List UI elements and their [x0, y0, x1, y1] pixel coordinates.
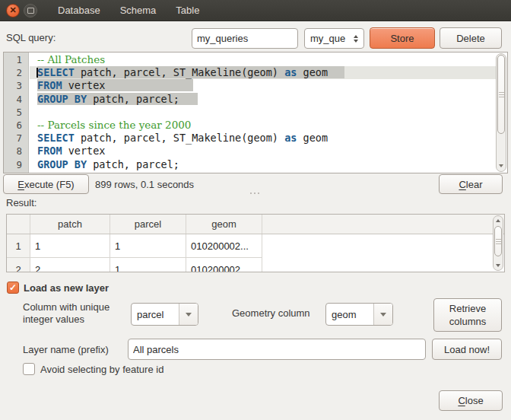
table-row[interactable]: 111010200002... [7, 234, 504, 258]
unique-column-dropdown[interactable]: parcel [131, 303, 198, 326]
close-button[interactable]: Close [439, 390, 503, 411]
avoid-feature-id-label: Avoid selecting by feature id [40, 364, 163, 375]
column-header-parcel[interactable]: parcel [110, 215, 186, 234]
retrieve-columns-button[interactable]: Retrieve columns [433, 298, 502, 332]
geometry-column-dropdown[interactable]: geom [325, 303, 393, 326]
layer-name-input[interactable] [128, 339, 426, 360]
splitter-handle[interactable] [250, 192, 259, 194]
dropdown-arrow-icon[interactable] [179, 304, 198, 325]
db-manager-sql-window: ✕ Database Schema Table SQL query: my_qu… [0, 0, 511, 420]
code-line: -- All Patches [30, 53, 496, 66]
table-cell[interactable]: 010200002... [186, 234, 262, 258]
scrollbar-grip-icon [496, 241, 501, 242]
geometry-column-label: Geometry column [232, 307, 310, 319]
load-now-button[interactable]: Load now! [432, 339, 502, 360]
stored-query-value: my_que [305, 33, 351, 44]
line-number: 1 [4, 53, 28, 66]
delete-button[interactable]: Delete [440, 27, 502, 49]
code-line: FROM vertex [30, 79, 496, 92]
line-number: 7 [4, 132, 28, 145]
query-status-text: 899 rows, 0.1 seconds [95, 179, 194, 190]
line-number: 6 [4, 119, 28, 132]
close-window-icon[interactable]: ✕ [6, 4, 20, 18]
menu-table[interactable]: Table [176, 5, 199, 16]
sql-editor[interactable]: 123456789 -- All PatchesSELECT patch, pa… [3, 52, 508, 173]
table-scrollbar-up-arrow-icon[interactable] [494, 219, 503, 222]
table-scrollbar-thumb[interactable] [494, 226, 502, 256]
code-line: SELECT patch, parcel, ST_Makeline(geom) … [30, 132, 496, 145]
menubar: Database Schema Table [58, 5, 199, 16]
column-header-patch[interactable]: patch [30, 215, 110, 234]
restore-window-icon[interactable] [24, 4, 37, 18]
dropdown-arrow-icon[interactable] [373, 304, 392, 325]
avoid-feature-id-checkbox[interactable] [23, 363, 35, 375]
result-label: Result: [6, 197, 36, 208]
header-filler [262, 215, 504, 234]
line-number: 3 [4, 79, 28, 92]
editor-vertical-scrollbar[interactable] [496, 53, 506, 172]
code-line: FROM vertex [30, 145, 496, 158]
table-row[interactable]: 221010200002... [7, 258, 504, 272]
sql-editor-code[interactable]: -- All PatchesSELECT patch, parcel, ST_M… [30, 52, 496, 173]
table-cell[interactable]: 010200002... [186, 258, 262, 272]
titlebar: ✕ Database Schema Table [0, 0, 511, 21]
line-number: 4 [4, 93, 28, 106]
menu-schema[interactable]: Schema [120, 5, 157, 16]
table-cell[interactable]: 1 [110, 234, 186, 258]
result-table-body: 111010200002...221010200002... [7, 234, 504, 272]
unique-column-value: parcel [132, 309, 179, 320]
scrollbar-down-arrow-icon[interactable] [497, 164, 506, 167]
table-cell[interactable]: 2 [30, 258, 110, 272]
store-button[interactable]: Store [370, 27, 435, 49]
result-table-header[interactable]: patch parcel geom [7, 215, 504, 234]
load-as-new-layer-checkbox[interactable]: ✓ [7, 282, 19, 294]
menu-database[interactable]: Database [58, 5, 100, 16]
load-as-new-layer-label: Load as new layer [24, 282, 109, 294]
table-cell[interactable]: 1 [110, 258, 186, 272]
stored-query-selector[interactable]: my_que [304, 28, 364, 49]
table-scrollbar-down-arrow-icon[interactable] [494, 264, 503, 267]
query-name-input[interactable] [192, 28, 298, 49]
clear-button[interactable]: Clear [439, 174, 503, 194]
row-header[interactable]: 1 [7, 234, 30, 258]
line-number: 9 [4, 158, 28, 171]
row-header[interactable]: 2 [7, 258, 30, 272]
sql-query-label: SQL query: [6, 32, 56, 43]
corner-header-cell [7, 215, 30, 234]
table-cell[interactable]: 1 [30, 234, 110, 258]
editor-scrollbar-thumb[interactable] [497, 55, 505, 134]
row-filler [262, 258, 504, 272]
unique-column-label: Column with unique integer values [23, 301, 110, 326]
line-number: 8 [4, 145, 28, 158]
scrollbar-grip-icon [499, 94, 504, 95]
line-number: 2 [4, 66, 28, 79]
table-vertical-scrollbar[interactable] [493, 215, 503, 271]
column-header-geom[interactable]: geom [186, 215, 262, 234]
code-line: -- Parcels since the year 2000 [30, 119, 496, 132]
result-table[interactable]: patch parcel geom 111010200002...2210102… [6, 214, 505, 272]
row-filler [262, 234, 504, 258]
sql-editor-gutter: 123456789 [4, 52, 29, 173]
geometry-column-value: geom [326, 309, 373, 320]
layer-name-label: Layer name (prefix) [23, 344, 109, 355]
execute-button[interactable]: Execute (F5) [3, 174, 89, 194]
code-line: GROUP BY patch, parcel; [30, 158, 496, 171]
spin-arrows-icon[interactable] [354, 35, 358, 43]
code-line: SELECT patch, parcel, ST_Makeline(geom) … [30, 66, 496, 79]
line-number: 5 [4, 106, 28, 119]
code-line: GROUP BY patch, parcel; [30, 93, 496, 106]
code-line [30, 106, 496, 119]
